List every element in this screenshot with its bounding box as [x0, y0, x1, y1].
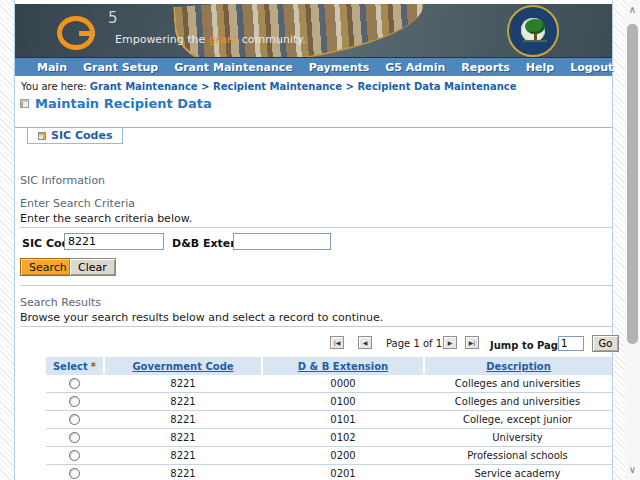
dnb-extension-cell: 0200	[263, 447, 425, 464]
column-header-description: Description	[425, 357, 612, 375]
dnb-extension-cell: 0201	[263, 465, 425, 480]
column-header-government-code: Government Code	[105, 357, 263, 375]
page-status: Page 1 of 1	[386, 338, 442, 349]
dnb-extension-input[interactable]	[233, 233, 331, 250]
sort-description-link[interactable]: Description	[486, 361, 551, 372]
select-radio[interactable]	[69, 396, 80, 407]
enter-search-criteria-heading: Enter Search Criteria	[20, 197, 135, 210]
table-row: 8221 0101 College, except junior	[46, 411, 612, 429]
description-cell: College, except junior	[425, 411, 612, 428]
search-results-hint: Browse your search results below and sel…	[20, 311, 383, 324]
select-radio[interactable]	[69, 432, 80, 443]
select-header-label: Select	[53, 361, 88, 372]
jump-to-page-input[interactable]	[558, 336, 584, 351]
nav-item-payments[interactable]: Payments	[301, 61, 378, 74]
divider	[20, 326, 612, 327]
government-code-cell: 8221	[105, 447, 263, 464]
description-cell: Colleges and universities	[425, 393, 612, 410]
sort-government-code-link[interactable]: Government Code	[132, 361, 233, 372]
dnb-extension-cell: 0000	[263, 375, 425, 392]
scroll-down-icon[interactable]: ∨	[625, 462, 640, 478]
table-row: 8221 0000 Colleges and universities	[46, 375, 612, 393]
government-code-cell: 8221	[105, 375, 263, 392]
nav-item-grant-setup[interactable]: Grant Setup	[75, 61, 166, 74]
government-code-cell: 8221	[105, 465, 263, 480]
breadcrumb-trail-links[interactable]: Grant Maintenance > Recipient Maintenanc…	[90, 81, 517, 92]
g5-application-window: 5 Empowering the grant community. Main G…	[0, 0, 640, 480]
vertical-scrollbar[interactable]: ∧ ∨	[625, 0, 640, 480]
g5-logo-bar	[79, 31, 95, 36]
jump-to-page-label: Jump to Page	[490, 340, 565, 351]
g5-logo-sup: 5	[108, 9, 118, 27]
table-row: 8221 0102 University	[46, 429, 612, 447]
results-table-header: Select * Government Code D & B Extension…	[46, 357, 612, 375]
required-mark: *	[91, 361, 96, 372]
go-button[interactable]: Go	[592, 335, 619, 352]
next-page-button[interactable]: ▶	[443, 336, 457, 349]
tab-sic-codes-label: SIC Codes	[51, 129, 112, 142]
dnb-extension-cell: 0101	[263, 411, 425, 428]
description-cell: Colleges and universities	[425, 375, 612, 392]
description-cell: University	[425, 429, 612, 446]
dnb-extension-cell: 0100	[263, 393, 425, 410]
tagline-accent: grant	[209, 33, 239, 46]
library-books-image	[173, 4, 427, 57]
form-icon	[38, 132, 46, 140]
search-button[interactable]: Search	[20, 258, 76, 276]
department-of-education-seal-icon	[507, 5, 559, 57]
nav-item-logout[interactable]: Logout	[562, 61, 621, 74]
results-table: Select * Government Code D & B Extension…	[46, 357, 612, 480]
column-header-dnb-extension: D & B Extension	[263, 357, 425, 375]
tagline: Empowering the grant community.	[115, 33, 306, 46]
nav-item-help[interactable]: Help	[518, 61, 562, 74]
description-cell: Service academy	[425, 465, 612, 480]
banner: 5 Empowering the grant community.	[15, 4, 612, 57]
first-page-button[interactable]: |◀	[330, 336, 344, 349]
column-header-select: Select *	[46, 357, 105, 375]
scrollbar-thumb[interactable]	[627, 24, 638, 344]
government-code-cell: 8221	[105, 429, 263, 446]
last-page-button[interactable]: ▶|	[465, 336, 479, 349]
sic-code-input[interactable]	[64, 233, 164, 250]
table-row: 8221 0200 Professional schools	[46, 447, 612, 465]
table-row: 8221 0201 Service academy	[46, 465, 612, 480]
page-title: Maintain Recipient Data	[20, 96, 212, 111]
government-code-cell: 8221	[105, 393, 263, 410]
scroll-up-icon[interactable]: ∧	[625, 2, 640, 18]
nav-item-reports[interactable]: Reports	[453, 61, 518, 74]
description-cell: Professional schools	[425, 447, 612, 464]
window-icon	[20, 99, 29, 108]
tagline-post: community.	[238, 33, 305, 46]
table-row: 8221 0100 Colleges and universities	[46, 393, 612, 411]
sic-information-heading: SIC Information	[20, 174, 105, 187]
select-radio[interactable]	[69, 414, 80, 425]
page-title-text: Maintain Recipient Data	[35, 96, 212, 111]
select-radio[interactable]	[69, 468, 80, 479]
nav-item-g5-admin[interactable]: G5 Admin	[377, 61, 453, 74]
tagline-pre: Empowering the	[115, 33, 209, 46]
search-criteria-hint: Enter the search criteria below.	[20, 212, 192, 225]
divider	[20, 227, 612, 228]
nav-item-main[interactable]: Main	[29, 61, 75, 74]
dnb-extension-cell: 0102	[263, 429, 425, 446]
select-radio[interactable]	[69, 378, 80, 389]
government-code-cell: 8221	[105, 411, 263, 428]
sort-dnb-extension-link[interactable]: D & B Extension	[298, 361, 388, 372]
breadcrumb: You are here: Grant Maintenance > Recipi…	[21, 81, 517, 92]
divider	[20, 285, 612, 286]
previous-page-button[interactable]: ◀	[358, 336, 372, 349]
clear-button[interactable]: Clear	[69, 258, 116, 276]
breadcrumb-prefix: You are here:	[21, 81, 87, 92]
main-navigation-bar: Main Grant Setup Grant Maintenance Payme…	[15, 57, 612, 76]
seal-tree-icon	[525, 19, 545, 34]
tab-sic-codes[interactable]: SIC Codes	[27, 128, 123, 144]
select-radio[interactable]	[69, 450, 80, 461]
seal-tree-ground	[523, 40, 547, 42]
search-results-heading: Search Results	[20, 296, 101, 309]
nav-item-grant-maintenance[interactable]: Grant Maintenance	[166, 61, 301, 74]
